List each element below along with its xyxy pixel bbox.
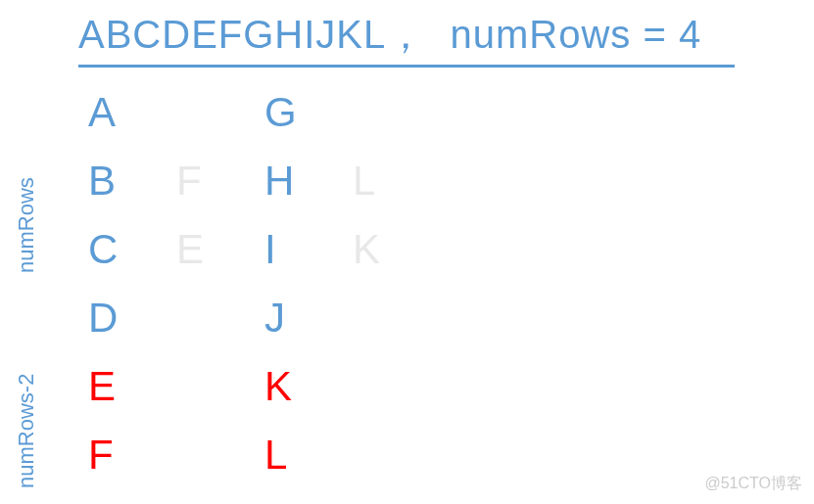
cell: H (264, 158, 353, 205)
cell: L (264, 432, 353, 479)
watermark: @51CTO博客 (704, 474, 802, 494)
param-text: numRows = 4 (451, 13, 702, 56)
cell: G (264, 89, 353, 136)
zigzag-grid: A G B F H L C E I K D J E K F L (88, 78, 529, 489)
cell: K (353, 226, 441, 273)
cell: E (176, 226, 264, 273)
cell: A (88, 89, 176, 136)
cell: E (88, 363, 176, 410)
cell: F (88, 432, 176, 479)
cell: K (264, 363, 353, 410)
header-line: ABCDEFGHIJKL， numRows = 4 (78, 8, 701, 62)
grid-row: C E I K (88, 215, 529, 284)
grid-row: E K (88, 352, 529, 421)
cell: J (264, 295, 353, 342)
input-string: ABCDEFGHIJKL (78, 13, 386, 56)
side-label-numrows-minus-2: numRows-2 (14, 362, 39, 499)
cell: B (88, 158, 176, 205)
cell: F (176, 158, 264, 205)
grid-row: B F H L (88, 147, 529, 215)
header-underline (78, 65, 735, 68)
separator: ， (386, 13, 426, 56)
grid-row: D J (88, 284, 529, 352)
grid-row: F L (88, 421, 529, 489)
cell: I (264, 226, 353, 273)
cell: L (353, 158, 441, 205)
cell: D (88, 295, 176, 342)
cell: C (88, 226, 176, 273)
grid-row: A G (88, 78, 529, 147)
side-label-numrows: numRows (14, 127, 39, 323)
